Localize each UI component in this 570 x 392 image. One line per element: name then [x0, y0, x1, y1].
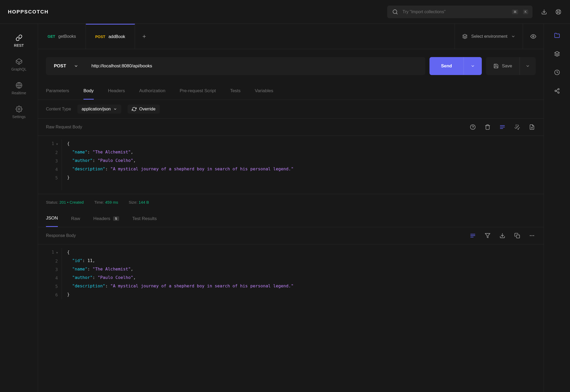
svg-rect-32	[516, 235, 520, 238]
method-select[interactable]: POST	[46, 57, 86, 75]
copy-icon[interactable]	[513, 232, 521, 239]
time-label: Time:	[94, 200, 104, 204]
svg-line-6	[559, 12, 560, 13]
svg-line-12	[16, 60, 19, 62]
svg-line-8	[557, 12, 558, 13]
svg-line-11	[19, 60, 22, 62]
override-button[interactable]: Override	[128, 105, 160, 114]
send-label: Send	[429, 63, 464, 69]
more-icon[interactable]	[528, 232, 536, 239]
tab-getbooks[interactable]: GET getBooks	[38, 24, 86, 49]
sidebar-item-rest[interactable]: REST	[0, 29, 38, 53]
editor-gutter: 1▼23456	[38, 248, 62, 299]
tab-method-get: GET	[48, 34, 55, 39]
filter-icon[interactable]	[484, 232, 491, 239]
save-icon	[493, 63, 499, 69]
search-input[interactable]: Try "Import collections" ⌘ K	[387, 6, 532, 18]
sidebar-item-graphql[interactable]: GraphQL	[0, 53, 38, 77]
reqtab-body[interactable]: Body	[83, 83, 94, 100]
content-type-label: Content Type	[46, 107, 71, 111]
content-type-select[interactable]: application/json	[77, 105, 121, 114]
app-logo[interactable]: HOPPSCOTCH	[8, 9, 49, 15]
reqtab-variables[interactable]: Variables	[255, 83, 273, 100]
svg-point-34	[534, 235, 534, 236]
svg-line-42	[556, 90, 558, 91]
help-icon[interactable]	[469, 123, 476, 131]
save-button[interactable]: Save	[486, 57, 536, 75]
reqtab-authorization[interactable]: Authorization	[139, 83, 165, 100]
support-icon[interactable]	[555, 8, 562, 16]
environment-label: Select environment	[471, 34, 507, 39]
share-icon[interactable]	[553, 87, 561, 95]
svg-marker-30	[485, 234, 490, 238]
wrap-text-icon[interactable]	[499, 123, 506, 131]
environment-select[interactable]: Select environment	[455, 24, 523, 49]
kbd-cmd: ⌘	[512, 10, 518, 14]
svg-line-1	[396, 13, 397, 14]
status-label: Status:	[46, 200, 58, 204]
request-body-editor[interactable]: 1▼2345 { "name": "The Alchemist", "autho…	[38, 136, 544, 194]
download-icon[interactable]	[499, 232, 506, 239]
reqtab-headers[interactable]: Headers	[108, 83, 125, 100]
sidebar-label-graphql: GraphQL	[11, 67, 27, 71]
file-plus-icon[interactable]	[528, 123, 536, 131]
body-section-title: Raw Request Body	[46, 125, 469, 129]
add-tab-button[interactable]	[135, 24, 153, 49]
size-value: 144 B	[139, 200, 149, 204]
svg-line-7	[559, 10, 560, 11]
content-type-value: application/json	[82, 107, 111, 111]
resptab-json[interactable]: JSON	[46, 210, 58, 227]
tab-name-getbooks: getBooks	[58, 34, 76, 39]
download-icon[interactable]	[540, 8, 548, 16]
save-label: Save	[502, 63, 512, 69]
refresh-icon	[132, 107, 137, 111]
sidebar-label-realtime: Realtime	[12, 91, 26, 95]
method-value: POST	[54, 63, 66, 69]
send-options-button[interactable]	[464, 57, 482, 75]
status-text: Created	[70, 200, 84, 204]
send-button[interactable]: Send	[429, 57, 482, 75]
svg-marker-18	[463, 34, 467, 36]
svg-line-5	[557, 10, 558, 11]
headers-count-badge: 5	[113, 216, 119, 221]
history-icon[interactable]	[553, 69, 561, 76]
trash-icon[interactable]	[484, 123, 491, 131]
wrap-text-icon[interactable]	[469, 232, 476, 239]
chevron-down-icon	[511, 34, 515, 39]
sidebar-label-rest: REST	[14, 43, 24, 48]
kbd-k: K	[523, 10, 528, 14]
search-icon	[391, 8, 399, 16]
reqtab-tests[interactable]: Tests	[230, 83, 241, 100]
magic-wand-icon[interactable]	[513, 123, 521, 131]
resptab-testresults[interactable]: Test Results	[132, 210, 157, 227]
svg-marker-36	[554, 52, 559, 54]
request-body-code: { "name": "The Alchemist", "author": "Pa…	[62, 139, 293, 190]
layers-icon[interactable]	[553, 50, 561, 58]
svg-point-35	[530, 235, 531, 236]
chevron-down-icon	[113, 107, 117, 111]
search-placeholder: Try "Import collections"	[403, 10, 507, 14]
env-preview-button[interactable]	[523, 24, 544, 49]
reqtab-prerequest[interactable]: Pre-request Script	[180, 83, 216, 100]
override-label: Override	[139, 107, 155, 111]
status-code: 201	[59, 200, 66, 204]
reqtab-parameters[interactable]: Parameters	[46, 83, 69, 100]
size-label: Size:	[129, 200, 137, 204]
resptab-raw[interactable]: Raw	[71, 210, 80, 227]
sidebar-item-realtime[interactable]: Realtime	[0, 77, 38, 100]
svg-point-33	[532, 235, 532, 236]
response-section-title: Response Body	[46, 233, 469, 238]
editor-gutter: 1▼2345	[38, 139, 62, 190]
chevron-down-icon	[74, 64, 78, 68]
resptab-headers[interactable]: Headers 5	[93, 210, 119, 227]
sidebar-item-settings[interactable]: Settings	[0, 100, 38, 124]
svg-point-19	[532, 36, 534, 37]
collections-icon[interactable]	[553, 32, 561, 39]
save-options-button[interactable]	[520, 57, 536, 75]
response-body-editor[interactable]: 1▼23456 { "id": 11, "name": "The Alchemi…	[38, 244, 544, 303]
svg-line-41	[556, 91, 558, 92]
resptab-headers-label: Headers	[93, 216, 110, 221]
time-value: 459 ms	[105, 200, 118, 204]
tab-addbook[interactable]: POST addBook	[86, 24, 135, 49]
url-input[interactable]	[86, 57, 425, 75]
